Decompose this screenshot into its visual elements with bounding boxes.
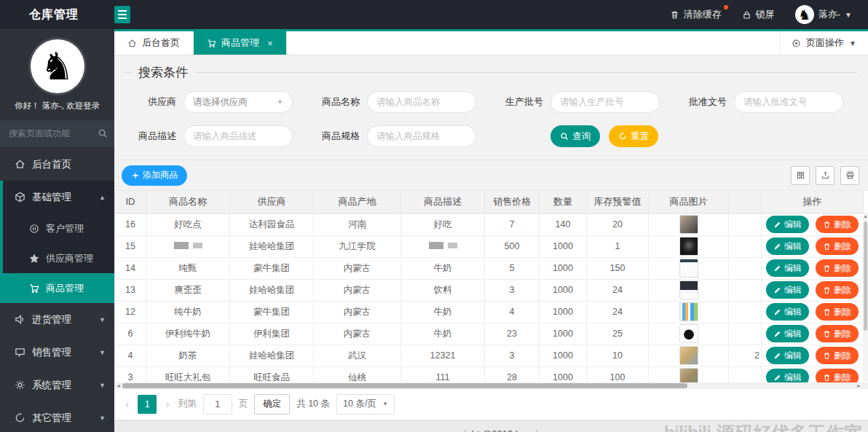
comment-icon: [15, 347, 25, 358]
cell-quantity: 1000: [540, 366, 587, 382]
per-page-select[interactable]: 10 条/页 ▼: [336, 394, 395, 415]
cell-product-image: [649, 213, 729, 235]
cell-description: 饮料: [401, 279, 485, 301]
delete-button[interactable]: 删除: [816, 216, 859, 233]
cell-quantity: 1000: [540, 257, 587, 279]
delete-button[interactable]: 删除: [816, 281, 859, 299]
product-thumbnail[interactable]: [679, 302, 698, 321]
sidebar-item-system-mgmt[interactable]: 系统管理 ▼: [0, 369, 114, 401]
vertical-scrollbar[interactable]: ▲: [863, 213, 868, 382]
main-area: 后台首页 商品管理 × 页面操作 ▼ 搜索条件: [114, 29, 868, 432]
clear-cache-button[interactable]: 清除缓存: [670, 8, 722, 21]
cell-description: 牛奶: [401, 301, 485, 323]
search-button[interactable]: 查询: [551, 125, 600, 147]
description-input[interactable]: [184, 125, 293, 147]
bilibili-logo: bilibili: [664, 423, 711, 432]
supplier-select[interactable]: 请选择供应商 ▼: [184, 91, 293, 113]
product-thumbnail[interactable]: [679, 215, 698, 234]
pencil-icon: [773, 330, 781, 338]
delete-button[interactable]: 删除: [816, 347, 859, 364]
delete-button[interactable]: 删除: [816, 259, 859, 277]
goto-page-input[interactable]: [203, 394, 232, 415]
edit-button[interactable]: 编辑: [766, 347, 809, 364]
column-header: 商品描述: [401, 191, 485, 213]
user-menu[interactable]: ♞ 落亦- ▼: [795, 5, 852, 24]
vertical-scroll-thumb[interactable]: [864, 221, 867, 331]
page-operations-dropdown[interactable]: 页面操作 ▼: [779, 31, 868, 55]
sidebar-item-product-mgmt[interactable]: 商品管理: [0, 273, 114, 303]
edit-button[interactable]: 编辑: [766, 237, 809, 255]
next-page-button[interactable]: ›: [163, 398, 171, 410]
home-icon: [15, 159, 25, 170]
add-product-button[interactable]: 添加商品: [122, 165, 187, 186]
cell-product-name: 纯牛奶: [146, 301, 230, 323]
product-thumbnail[interactable]: [679, 237, 698, 256]
cell-product-name: 旺旺大礼包: [146, 366, 230, 382]
cell-price: 3: [485, 279, 540, 301]
sidebar-item-sales-mgmt[interactable]: 销售管理 ▼: [0, 336, 114, 369]
print-button[interactable]: [840, 166, 859, 185]
horizontal-scroll-thumb[interactable]: [122, 383, 687, 388]
cell-product-name: 纯甄: [146, 257, 230, 279]
sidebar-item-dashboard[interactable]: 后台首页: [0, 148, 114, 181]
approval-no-input[interactable]: [734, 91, 843, 113]
prev-page-button[interactable]: ‹: [123, 398, 131, 410]
edit-button[interactable]: 编辑: [766, 281, 809, 299]
sidebar-item-basic-mgmt[interactable]: 基础管理 ▲: [3, 181, 114, 213]
close-icon[interactable]: ×: [267, 38, 273, 49]
tab-product-mgmt[interactable]: 商品管理 ×: [194, 31, 287, 55]
table-row: 16好吃点达利园食品河南好吃714020编辑删除: [115, 213, 864, 235]
scroll-up-arrow-icon[interactable]: ▲: [863, 213, 868, 220]
print-icon: [845, 170, 855, 180]
search-icon: [98, 128, 108, 138]
delete-button[interactable]: 删除: [816, 237, 859, 255]
sidebar-toggle-button[interactable]: [114, 6, 130, 23]
product-name-input[interactable]: [367, 91, 476, 113]
product-thumbnail[interactable]: [679, 346, 698, 365]
cell-stock-warning: 20: [587, 213, 649, 235]
confirm-page-button[interactable]: 确定: [254, 394, 290, 415]
delete-button[interactable]: 删除: [816, 369, 859, 382]
delete-button[interactable]: 删除: [816, 303, 859, 321]
sidebar-item-customer-mgmt[interactable]: 客户管理: [3, 213, 114, 243]
column-header: 数量: [540, 191, 587, 213]
product-thumbnail[interactable]: [679, 280, 698, 299]
horizontal-scrollbar[interactable]: ◄ ►: [114, 382, 868, 389]
cell-supplier: 旺旺食品: [230, 366, 314, 382]
delete-button[interactable]: 删除: [816, 325, 859, 342]
tab-dashboard[interactable]: 后台首页: [114, 31, 194, 55]
description-label: 商品描述: [125, 130, 176, 143]
cell-description: 牛奶: [401, 323, 485, 345]
sidebar-item-other-mgmt[interactable]: 其它管理 ▼: [0, 401, 114, 432]
filter-columns-button[interactable]: [791, 166, 810, 185]
scroll-left-arrow-icon[interactable]: ◄: [116, 382, 121, 389]
edit-button[interactable]: 编辑: [766, 216, 809, 233]
reset-button[interactable]: 重置: [609, 125, 658, 147]
spec-input[interactable]: [367, 125, 476, 147]
cell-price: 5: [485, 257, 540, 279]
export-button[interactable]: [816, 166, 835, 185]
cell-id: 14: [115, 257, 146, 279]
edit-button[interactable]: 编辑: [766, 325, 809, 342]
cell-stock-warning: 100: [587, 366, 649, 382]
batch-no-input[interactable]: [551, 91, 660, 113]
cell-id: 4: [115, 345, 146, 366]
edit-button[interactable]: 编辑: [766, 259, 809, 277]
edit-button[interactable]: 编辑: [766, 303, 809, 321]
chevron-down-icon: ▼: [277, 98, 283, 106]
page-1-button[interactable]: 1: [138, 395, 157, 414]
lock-screen-button[interactable]: 锁屏: [742, 8, 775, 21]
topbar-actions: 清除缓存 锁屏 ♞ 落亦- ▼: [670, 5, 868, 24]
sidebar-item-purchase-mgmt[interactable]: 进货管理 ▼: [0, 303, 114, 336]
page-footer: copyright @2019 Luoyi- bilibili源码好优多工作室: [114, 420, 868, 432]
trash-icon: [823, 286, 831, 294]
edit-button[interactable]: 编辑: [766, 369, 809, 382]
product-thumbnail[interactable]: [679, 259, 698, 278]
page-unit-label: 页: [239, 398, 248, 410]
product-thumbnail[interactable]: [679, 324, 698, 343]
scroll-right-arrow-icon[interactable]: ►: [856, 382, 861, 389]
product-thumbnail[interactable]: [679, 368, 698, 382]
sidebar-item-supplier-mgmt[interactable]: 供应商管理: [3, 243, 114, 273]
pencil-icon: [773, 221, 781, 229]
cell-stock-warning: 24: [587, 279, 649, 301]
